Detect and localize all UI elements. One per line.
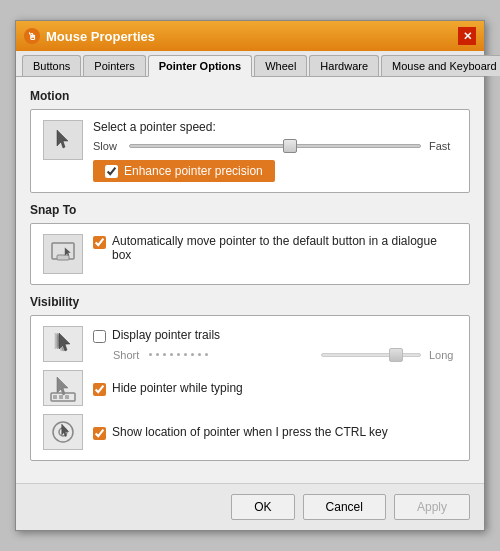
title-bar: 🖱 Mouse Properties ✕ [16,21,484,51]
tab-pointers[interactable]: Pointers [83,55,145,76]
hide-pointer-checkbox-row[interactable]: Hide pointer while typing [93,381,243,396]
enhance-label: Enhance pointer precision [124,164,263,178]
trails-slider-thumb[interactable] [389,348,403,362]
ok-button[interactable]: OK [231,494,294,520]
svg-rect-5 [65,395,69,399]
tab-pointer-options[interactable]: Pointer Options [148,55,253,77]
motion-row: Select a pointer speed: Slow Fast Enhanc… [43,120,457,182]
speed-label: Select a pointer speed: [93,120,457,134]
motion-icon [43,120,83,160]
window-title: Mouse Properties [46,29,155,44]
visibility-box: Display pointer trails Short [30,315,470,461]
svg-rect-3 [53,395,57,399]
svg-rect-1 [57,255,69,260]
tab-buttons[interactable]: Buttons [22,55,81,76]
snap-to-section: Snap To Automatically move pointer to [30,203,470,285]
speed-slider-row: Slow Fast [93,140,457,152]
slow-label: Slow [93,140,121,152]
snap-to-icon [43,234,83,274]
trails-text: Display pointer trails [112,328,220,342]
title-bar-left: 🖱 Mouse Properties [24,28,155,44]
snap-to-content: Automatically move pointer to the defaul… [93,234,457,262]
motion-label: Motion [30,89,470,103]
show-location-icon [43,414,83,450]
enhance-button[interactable]: Enhance pointer precision [93,160,275,182]
show-location-text: Show location of pointer when I press th… [112,425,388,439]
snap-to-text: Automatically move pointer to the defaul… [112,234,457,262]
trails-slider-row: Short [93,349,457,361]
speed-slider-track[interactable] [129,144,421,148]
long-label: Long [429,349,457,361]
enhance-checkbox[interactable] [105,165,118,178]
show-location-checkbox-row[interactable]: Show location of pointer when I press th… [93,425,388,440]
tab-mouse-keyboard[interactable]: Mouse and Keyboard Center [381,55,500,76]
bottom-bar: OK Cancel Apply [16,483,484,530]
tabs-bar: Buttons Pointers Pointer Options Wheel H… [16,51,484,77]
apply-button[interactable]: Apply [394,494,470,520]
trails-item: Display pointer trails Short [43,326,457,362]
motion-content: Select a pointer speed: Slow Fast Enhanc… [93,120,457,182]
tab-content: Motion Select a pointer speed: Slow [16,77,484,483]
svg-rect-4 [59,395,63,399]
motion-box: Select a pointer speed: Slow Fast Enhanc… [30,109,470,193]
trails-dots [149,353,313,356]
show-location-checkbox[interactable] [93,427,106,440]
visibility-label: Visibility [30,295,470,309]
show-location-item: Show location of pointer when I press th… [43,414,457,450]
trails-icon [43,326,83,362]
snap-to-row: Automatically move pointer to the defaul… [43,234,457,274]
cancel-button[interactable]: Cancel [303,494,386,520]
trails-slider-track[interactable] [321,353,421,357]
short-label: Short [113,349,141,361]
visibility-section: Visibility Display pointer t [30,295,470,461]
motion-section: Motion Select a pointer speed: Slow [30,89,470,193]
mouse-properties-window: 🖱 Mouse Properties ✕ Buttons Pointers Po… [15,20,485,531]
fast-label: Fast [429,140,457,152]
trails-checkbox[interactable] [93,330,106,343]
hide-pointer-icon [43,370,83,406]
tab-wheel[interactable]: Wheel [254,55,307,76]
snap-to-box: Automatically move pointer to the defaul… [30,223,470,285]
trails-checkbox-row[interactable]: Display pointer trails [93,328,457,343]
hide-pointer-checkbox[interactable] [93,383,106,396]
snap-to-label: Snap To [30,203,470,217]
hide-pointer-item: Hide pointer while typing [43,370,457,406]
tab-hardware[interactable]: Hardware [309,55,379,76]
hide-pointer-text: Hide pointer while typing [112,381,243,395]
window-icon: 🖱 [24,28,40,44]
snap-to-checkbox[interactable] [93,236,106,249]
snap-to-checkbox-row[interactable]: Automatically move pointer to the defaul… [93,234,457,262]
close-button[interactable]: ✕ [458,27,476,45]
speed-slider-thumb[interactable] [283,139,297,153]
trails-content: Display pointer trails Short [93,328,457,361]
